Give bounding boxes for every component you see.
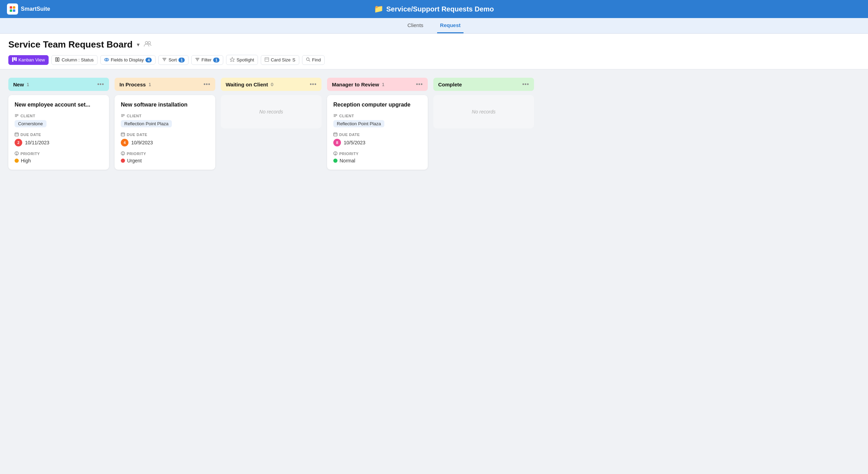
- main-content: New 1 ••• New employee account set... CL…: [0, 69, 868, 181]
- card-title-process-0: New software installation: [121, 101, 209, 109]
- client-field-icon-process: [121, 113, 125, 118]
- card-due-label-process-0: DUE DATE: [121, 132, 209, 137]
- priority-dot-new-0: [15, 159, 19, 163]
- card-priority-value-new-0: High: [15, 158, 103, 163]
- card-priority-label-process-0: PRIORITY: [121, 151, 209, 156]
- svg-rect-3: [13, 9, 15, 12]
- column-waiting: Waiting on Client 0 ••• No records: [221, 78, 322, 173]
- due-badge-new-0: 2: [15, 139, 22, 146]
- card-client-label-process-0: CLIENT: [121, 113, 209, 118]
- svg-rect-27: [15, 133, 18, 136]
- svg-rect-7: [14, 57, 15, 60]
- column-status-button[interactable]: Column : Status: [51, 55, 98, 65]
- toolbar: Kanban View Column : Status Fields to Di…: [8, 55, 860, 69]
- svg-rect-6: [12, 57, 14, 62]
- svg-point-22: [306, 58, 309, 60]
- col-menu-waiting[interactable]: •••: [310, 81, 317, 87]
- card-due-label-new-0: DUE DATE: [15, 132, 103, 137]
- priority-icon-process: [121, 151, 125, 156]
- svg-rect-47: [334, 133, 337, 136]
- col-menu-manager[interactable]: •••: [416, 81, 423, 87]
- card-due-value-manager-0: 8 10/5/2023: [333, 139, 422, 146]
- svg-point-11: [105, 58, 109, 61]
- svg-rect-8: [16, 57, 17, 61]
- fields-to-display-button[interactable]: Fields to Display 4: [100, 55, 156, 65]
- card-size-button[interactable]: Card Size S: [261, 55, 299, 65]
- calendar-icon: [15, 132, 19, 137]
- sub-nav: Clients Request: [0, 18, 868, 34]
- filter-badge: 1: [213, 58, 219, 62]
- page-title-row: Service Team Request Board ▾: [8, 39, 860, 50]
- col-header-new: New 1 •••: [8, 78, 109, 91]
- top-bar-title: 📁 Service/Support Requests Demo: [374, 5, 494, 14]
- svg-point-43: [123, 154, 123, 154]
- card-title-manager-0: Reception computer upgrade: [333, 101, 422, 109]
- svg-marker-19: [230, 57, 235, 62]
- col-label-new: New: [13, 82, 24, 87]
- priority-dot-manager-0: [333, 159, 337, 163]
- logo-area: SmartSuite: [7, 3, 50, 15]
- app-title: Service/Support Requests Demo: [386, 5, 494, 13]
- card-process-0[interactable]: New software installation CLIENT Reflect…: [115, 95, 215, 170]
- card-new-0[interactable]: New employee account set... CLIENT Corne…: [8, 95, 109, 170]
- page-title: Service Team Request Board: [8, 39, 133, 50]
- svg-point-53: [335, 154, 336, 154]
- filter-icon: [195, 57, 200, 63]
- kanban-view-label: Kanban View: [18, 57, 45, 62]
- column-complete: Complete ••• No records: [433, 78, 534, 173]
- no-records-complete: No records: [433, 95, 534, 128]
- fields-label: Fields to Display: [111, 57, 144, 62]
- svg-rect-37: [121, 133, 125, 136]
- title-dropdown-icon[interactable]: ▾: [137, 41, 140, 48]
- card-priority-value-process-0: Urgent: [121, 158, 209, 163]
- card-size-icon: [265, 57, 269, 63]
- priority-icon: [15, 151, 19, 156]
- col-menu-process[interactable]: •••: [203, 81, 210, 87]
- due-badge-manager-0: 8: [333, 139, 341, 146]
- priority-dot-process-0: [121, 159, 125, 163]
- tab-request[interactable]: Request: [437, 18, 463, 33]
- spotlight-label: Spotlight: [236, 57, 254, 62]
- col-label-manager: Manager to Review: [332, 82, 379, 87]
- svg-rect-2: [10, 9, 12, 12]
- client-field-icon-manager: [333, 113, 337, 118]
- card-priority-label-new-0: PRIORITY: [15, 151, 103, 156]
- tab-clients[interactable]: Clients: [404, 18, 426, 33]
- calendar-icon-process: [121, 132, 125, 137]
- column-status-label: Column : Status: [61, 57, 94, 62]
- filter-button[interactable]: Filter 1: [191, 55, 223, 65]
- card-size-label: Card Size: [271, 57, 291, 62]
- col-label-waiting: Waiting on Client: [226, 82, 268, 87]
- svg-point-33: [16, 154, 17, 154]
- filter-label: Filter: [201, 57, 211, 62]
- no-records-waiting: No records: [221, 95, 322, 128]
- sort-label: Sort: [168, 57, 177, 62]
- svg-point-5: [148, 42, 150, 44]
- sort-badge: 1: [178, 58, 185, 62]
- card-size-value: S: [292, 57, 295, 62]
- col-count-waiting: 0: [271, 82, 273, 87]
- title-icon: 📁: [374, 5, 383, 14]
- sort-button[interactable]: Sort 1: [158, 55, 189, 65]
- team-icon[interactable]: [144, 41, 151, 49]
- logo-icon: [7, 3, 18, 15]
- search-icon: [306, 57, 310, 63]
- col-menu-complete[interactable]: •••: [522, 81, 529, 87]
- find-label: Find: [312, 57, 321, 62]
- col-label-process: In Process: [119, 82, 146, 87]
- svg-rect-0: [10, 6, 12, 9]
- col-header-waiting: Waiting on Client 0 •••: [221, 78, 322, 91]
- col-count-process: 1: [149, 82, 151, 87]
- col-header-manager: Manager to Review 1 •••: [327, 78, 428, 91]
- kanban-view-button[interactable]: Kanban View: [8, 55, 49, 65]
- card-manager-0[interactable]: Reception computer upgrade CLIENT Reflec…: [327, 95, 428, 170]
- col-header-complete: Complete •••: [433, 78, 534, 91]
- svg-line-23: [309, 60, 310, 61]
- col-menu-new[interactable]: •••: [97, 81, 104, 87]
- spotlight-button[interactable]: Spotlight: [226, 55, 258, 65]
- col-count-manager: 1: [382, 82, 384, 87]
- find-button[interactable]: Find: [302, 55, 325, 65]
- col-count-new: 1: [27, 82, 29, 87]
- page-header: Service Team Request Board ▾ Kanban View: [0, 34, 868, 69]
- card-priority-value-manager-0: Normal: [333, 158, 422, 163]
